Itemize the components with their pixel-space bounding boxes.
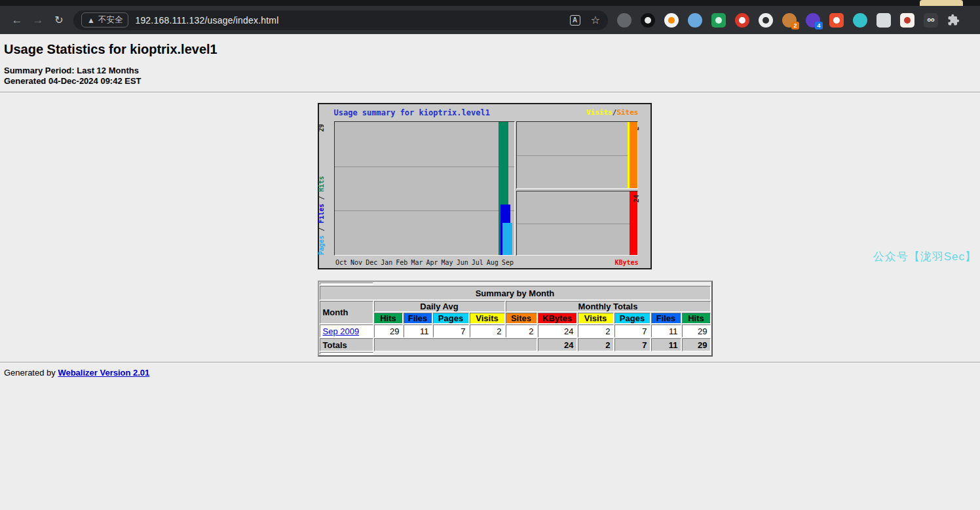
left-axis-label: Pages / Files / Hits — [318, 176, 325, 255]
totals-cell: 7 — [614, 338, 650, 351]
group-header-monthly-totals: Monthly Totals — [506, 301, 711, 312]
month-label: Apr — [424, 259, 440, 266]
col-header-pages-daily: Pages — [433, 313, 469, 324]
axis-hits: Hits — [318, 176, 325, 192]
tab-strip — [0, 0, 980, 6]
usage-summary-graph: Usage summary for kioptrix.level1 Visits… — [318, 103, 652, 269]
month-label: Sep — [500, 259, 515, 266]
translate-icon[interactable]: A — [570, 15, 580, 26]
extension-icon-goggles[interactable]: oo — [924, 13, 938, 28]
extension-icon-red-dice[interactable] — [735, 13, 749, 28]
month-label: Jul — [470, 259, 485, 266]
bar-pages-sep — [502, 223, 512, 255]
totals-row: Totals 24 2 7 11 29 — [320, 338, 711, 351]
totals-spacer — [374, 338, 537, 351]
summary-by-month-table: Summary by Month Month Daily Avg Monthly… — [318, 281, 713, 357]
table-cell: 7 — [433, 324, 469, 338]
webalizer-link[interactable]: Webalizer Version 2.01 — [58, 368, 149, 378]
address-bar[interactable]: ▲ 不安全 192.168.111.132/usage/index.html A… — [73, 10, 608, 30]
legend-sites: Sites — [616, 108, 638, 117]
table-title: Summary by Month — [320, 286, 711, 300]
col-header-kbytes: KBytes — [538, 313, 577, 324]
table-row: Sep 2009 29 11 7 2 2 24 2 7 11 29 — [320, 324, 711, 338]
table-cell: 11 — [651, 324, 681, 338]
table-cell: 7 — [614, 324, 650, 338]
left-axis-max: 29 — [318, 124, 325, 132]
right-bottom-axis-max: 24 — [633, 195, 640, 203]
generated-timestamp: Generated 04-Dec-2024 09:42 EST — [0, 76, 980, 87]
col-header-month: Month — [320, 301, 373, 324]
extensions-puzzle-icon[interactable] — [947, 14, 960, 26]
extension-icon-dark-drop[interactable] — [641, 13, 655, 28]
bookmark-star-icon[interactable]: ☆ — [591, 15, 600, 26]
month-label: Aug — [485, 259, 500, 266]
table-stub-top — [320, 283, 373, 285]
extension-icon-purple-shield[interactable]: 4 — [806, 13, 820, 28]
month-label: Jan — [379, 259, 394, 266]
url-text[interactable]: 192.168.111.132/usage/index.html — [135, 15, 278, 26]
watermark: 公众号【泷羽Sec】 — [873, 249, 977, 264]
table-stub-bottom — [320, 352, 373, 355]
col-header-visits-daily: Visits — [470, 313, 505, 324]
security-chip[interactable]: ▲ 不安全 — [81, 12, 128, 28]
footer-text: Generated by — [4, 368, 58, 378]
col-header-sites: Sites — [506, 313, 537, 324]
table-cell: 24 — [538, 324, 577, 338]
month-label: Feb — [394, 259, 409, 266]
totals-cell: 2 — [578, 338, 614, 351]
table-cell: 11 — [404, 324, 432, 338]
security-label: 不安全 — [98, 14, 123, 26]
extensions-bar: 24oo — [617, 13, 938, 28]
table-cell: 29 — [682, 324, 711, 338]
col-header-hits-total: Hits — [682, 313, 711, 324]
month-label: Dec — [364, 259, 379, 266]
col-header-files-daily: Files — [404, 313, 432, 324]
table-cell: 29 — [374, 324, 403, 338]
col-header-files-total: Files — [651, 313, 681, 324]
col-header-visits-total: Visits — [578, 313, 614, 324]
summary-period: Summary Period: Last 12 Months — [0, 66, 980, 76]
table-cell: 2 — [470, 324, 505, 338]
webpage: Usage Statistics for kioptrix.level1 Sum… — [0, 34, 980, 510]
graph-title: Usage summary for kioptrix.level1 — [334, 108, 490, 117]
extension-icon-window[interactable] — [876, 13, 891, 28]
kbytes-axis-label: KBytes — [614, 259, 638, 266]
totals-cell: 11 — [651, 338, 681, 351]
graph-legend-right: Visits/Sites — [586, 108, 639, 117]
month-label: Nov — [349, 259, 364, 266]
totals-cell: 29 — [682, 338, 711, 351]
visits-sites-panel — [516, 121, 638, 189]
forward-button[interactable]: → — [28, 10, 48, 30]
page-title: Usage Statistics for kioptrix.level1 — [0, 34, 980, 57]
totals-label: Totals — [320, 338, 373, 351]
extension-icon-red-square[interactable] — [829, 13, 844, 28]
table-cell: 2 — [578, 324, 614, 338]
kbytes-panel — [516, 191, 638, 256]
col-header-hits-daily: Hits — [374, 313, 403, 324]
page-footer: Generated by Webalizer Version 2.01 — [0, 363, 980, 378]
axis-pages: Pages — [318, 235, 325, 255]
extension-icon-orange[interactable]: 2 — [782, 13, 797, 28]
reload-button[interactable]: ↻ — [48, 10, 69, 30]
tab-stub[interactable] — [920, 0, 963, 6]
extension-icon-map-pin[interactable] — [664, 13, 679, 28]
extension-icon-doc[interactable] — [900, 13, 914, 28]
back-button[interactable]: ← — [7, 10, 28, 30]
month-label: May — [440, 259, 455, 266]
extension-icon-teal-drop[interactable] — [853, 13, 867, 28]
bar-sites-sep — [630, 122, 637, 188]
group-header-daily-avg: Daily Avg — [374, 301, 505, 312]
extension-icon-blue-bird[interactable] — [688, 13, 702, 28]
hits-files-pages-panel — [334, 121, 515, 256]
divider — [0, 92, 980, 93]
month-label: Jun — [455, 259, 470, 266]
col-header-pages-total: Pages — [614, 313, 650, 324]
extension-icon-white-ring[interactable] — [759, 13, 773, 28]
extension-icon-green-camera[interactable] — [711, 13, 726, 28]
month-label: Oct — [334, 259, 349, 266]
extension-icon-cloud[interactable] — [617, 13, 631, 28]
month-link[interactable]: Sep 2009 — [323, 326, 360, 336]
browser-chrome: ← → ↻ ▲ 不安全 192.168.111.132/usage/index.… — [0, 0, 980, 34]
totals-cell: 24 — [538, 338, 577, 351]
month-label: Mar — [409, 259, 424, 266]
